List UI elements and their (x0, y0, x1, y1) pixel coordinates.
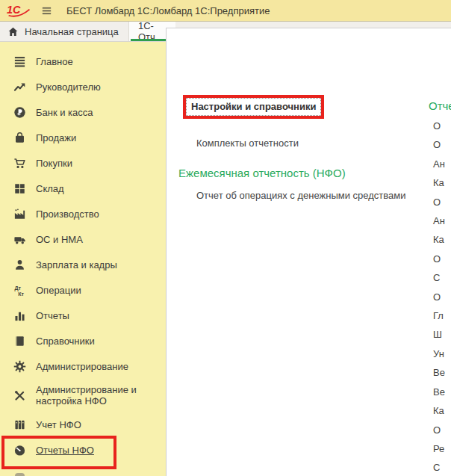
sidebar-item-book[interactable]: Справочники (0, 328, 166, 353)
1c-logo-icon: 1С (6, 3, 33, 18)
report-link-truncated[interactable]: Ка (429, 401, 445, 420)
home-icon (7, 26, 19, 37)
shopping-bag-icon (13, 132, 26, 144)
shopping-cart-icon (13, 157, 26, 170)
annotation-box-reports-nfo (1, 436, 116, 469)
svg-text:Дт: Дт (14, 285, 21, 291)
factory-icon (13, 208, 26, 220)
reports-column-heading-truncated[interactable]: Отче (429, 99, 451, 112)
window-title: БЕСТ Ломбард 1С:Ломбард 1С:Предприятие (66, 5, 270, 16)
sidebar-item-binders[interactable]: Учет НФО (0, 412, 166, 437)
sidebar-item-factory[interactable]: Производство (0, 201, 166, 226)
reporting-sets-link[interactable]: Комплекты отчетности (196, 137, 299, 149)
report-link-truncated[interactable]: С (429, 458, 445, 476)
report-link-truncated[interactable]: Ве (429, 363, 445, 382)
cash-operations-report-link[interactable]: Отчет об операциях с денежными средствам… (196, 190, 405, 201)
sidebar-item-shopping-bag[interactable]: Продажи (0, 125, 166, 150)
sidebar-item-shopping-cart[interactable]: Покупки (0, 150, 166, 176)
ruble-coin-icon (13, 106, 26, 119)
main-sections-icon (13, 55, 26, 68)
settings-and-directories-link[interactable]: Настройки и справочники (186, 98, 321, 116)
sidebar-item-ruble-coin[interactable]: Банк и касса (0, 99, 166, 125)
section-sidebar: Главное Руководителю Банк и касса Продаж… (0, 42, 166, 476)
tab-home-label: Начальная страница (25, 26, 119, 37)
reports-nfo-flyout-panel: Настройки и справочники Комплекты отчетн… (166, 28, 451, 476)
report-link-truncated[interactable]: Ш (429, 325, 445, 344)
gear-icon (13, 360, 26, 373)
report-link-truncated[interactable]: О (429, 117, 445, 135)
sidebar-item-trend-arrow[interactable]: Руководителю (0, 74, 166, 99)
app-header: 1С БЕСТ Ломбард 1С:Ломбард 1С:Предприяти… (0, 0, 451, 22)
book-icon (13, 335, 26, 347)
report-link-truncated[interactable]: Ан (429, 155, 445, 173)
sidebar-item-main-sections[interactable]: Главное (0, 49, 166, 74)
sidebar-item-person[interactable]: Зарплата и кадры (0, 252, 166, 277)
report-link-truncated[interactable]: Ка (429, 173, 445, 192)
report-link-truncated[interactable]: О (429, 193, 445, 211)
annotation-box-settings: Настройки и справочники (183, 95, 324, 119)
report-link-truncated[interactable]: Ре (429, 439, 445, 458)
trend-arrow-icon (13, 81, 26, 93)
svg-text:Кт: Кт (18, 291, 24, 296)
tools-icon (13, 389, 26, 402)
sidebar-item-tools[interactable]: Администрирование и настройка НФО (0, 379, 166, 412)
tab-home-page[interactable]: Начальная страница (0, 22, 129, 41)
main-menu-icon[interactable] (40, 4, 53, 17)
sidebar-item-bar-chart[interactable]: Отчеты (0, 303, 166, 328)
report-link-truncated[interactable]: С (429, 268, 445, 287)
sidebar-item-warehouse-grid[interactable]: Склад (0, 176, 166, 201)
report-link-truncated[interactable]: О (429, 135, 445, 154)
tab-1c-reporting-label: 1С-Отч (138, 20, 168, 43)
partial-next-section-icon (15, 473, 25, 476)
report-link-truncated[interactable]: О (429, 288, 445, 306)
monthly-reporting-nfo-heading[interactable]: Ежемесячная отчетность (НФО) (178, 167, 346, 179)
binders-icon (13, 418, 26, 431)
svg-text:1С: 1С (7, 4, 21, 16)
bar-chart-icon (13, 309, 26, 322)
report-link-truncated[interactable]: Ка (429, 230, 445, 249)
report-link-truncated[interactable]: Ун (429, 344, 445, 363)
reports-column: О О Ан Ка О Ан Ка О С О Гл Ш (429, 117, 445, 476)
warehouse-grid-icon (13, 182, 26, 195)
report-link-truncated[interactable]: Ве (429, 383, 445, 401)
truck-icon (13, 233, 26, 246)
report-link-truncated[interactable]: Ан (429, 211, 445, 230)
report-link-truncated[interactable]: Гл (429, 306, 445, 325)
sidebar-item-gear[interactable]: Администрирование (0, 353, 166, 379)
sidebar-item-truck[interactable]: ОС и НМА (0, 226, 166, 252)
person-icon (13, 259, 26, 271)
debit-credit-icon: ДтКт (13, 284, 26, 297)
report-link-truncated[interactable]: О (429, 250, 445, 268)
sidebar-item-debit-credit[interactable]: ДтКт Операции (0, 277, 166, 303)
report-link-truncated[interactable]: О (429, 421, 445, 439)
